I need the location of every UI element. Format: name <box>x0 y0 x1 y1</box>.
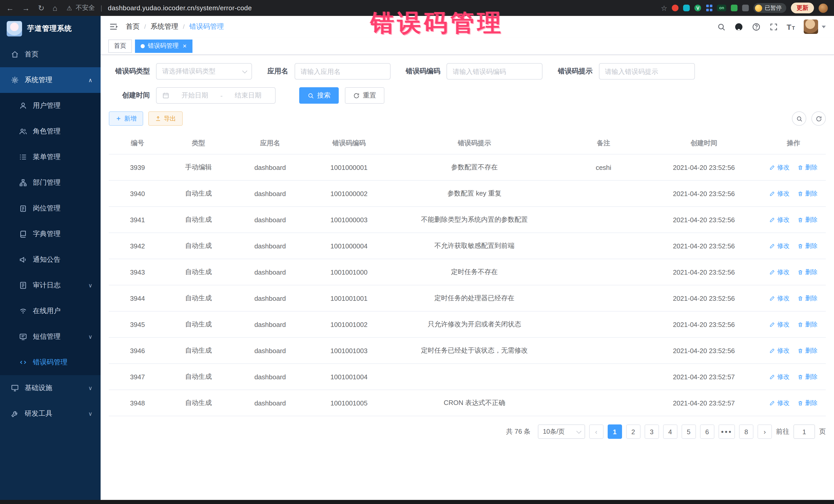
cell-actions: 修改 删除 <box>761 337 826 364</box>
delete-link[interactable]: 删除 <box>797 215 817 224</box>
sidebar: 芋道管理系统 首页 系统管理 ∧ 用户管理 角色管理 <box>0 16 101 500</box>
delete-link[interactable]: 删除 <box>797 346 817 355</box>
more-pages-icon[interactable]: ●●● <box>718 424 735 439</box>
extension-icon-green-v[interactable]: V <box>695 5 701 11</box>
edit-link[interactable]: 修改 <box>770 346 790 355</box>
edit-link[interactable]: 修改 <box>770 320 790 329</box>
sidebar-item-notice[interactable]: 通知公告 <box>0 247 101 272</box>
column-header-app: 应用名 <box>231 132 309 154</box>
extension-icon-grid[interactable] <box>706 5 712 11</box>
delete-link[interactable]: 删除 <box>797 163 817 172</box>
breadcrumb-system[interactable]: 系统管理 <box>151 22 178 31</box>
edit-link[interactable]: 修改 <box>770 372 790 381</box>
github-icon[interactable] <box>734 22 743 31</box>
breadcrumb-home[interactable]: 首页 <box>126 22 139 31</box>
app-name-input[interactable] <box>294 63 390 80</box>
tab-error-code[interactable]: 错误码管理 × <box>135 39 192 52</box>
cell-type: 自动生成 <box>166 364 231 390</box>
delete-link[interactable]: 删除 <box>797 241 817 250</box>
header-search-icon[interactable] <box>717 22 725 31</box>
next-page-button[interactable]: › <box>758 424 772 439</box>
browser-profile-avatar[interactable] <box>819 3 828 13</box>
prev-page-button[interactable]: ‹ <box>589 424 603 439</box>
sidebar-item-home[interactable]: 首页 <box>0 42 101 67</box>
edit-link[interactable]: 修改 <box>770 189 790 198</box>
app-logo[interactable]: 芋道管理系统 <box>0 16 101 42</box>
refresh-table-button[interactable] <box>811 111 826 126</box>
delete-link[interactable]: 删除 <box>797 372 817 381</box>
sidebar-item-dev-tools[interactable]: 研发工具 ∨ <box>0 401 101 426</box>
font-size-icon[interactable]: TT <box>787 23 795 30</box>
back-icon[interactable]: ← <box>6 4 14 12</box>
goto-page-input[interactable] <box>793 424 815 439</box>
cell-remark <box>561 390 646 416</box>
page-button-1[interactable]: 1 <box>608 424 622 439</box>
page-button-3[interactable]: 3 <box>644 424 659 439</box>
cell-msg: 只允许修改为开启或者关闭状态 <box>389 311 561 337</box>
edit-link[interactable]: 修改 <box>770 294 790 303</box>
extension-icon-on-badge[interactable]: on <box>717 5 726 11</box>
sidebar-item-dict-management[interactable]: 字典管理 <box>0 221 101 247</box>
reload-icon[interactable]: ↻ <box>38 4 44 12</box>
edit-link[interactable]: 修改 <box>770 215 790 224</box>
tab-home[interactable]: 首页 <box>108 39 132 52</box>
bookmark-star-icon[interactable]: ☆ <box>661 4 667 12</box>
column-header-id: 编号 <box>109 132 166 154</box>
delete-link[interactable]: 删除 <box>797 320 817 329</box>
cell-code: 1001000003 <box>309 206 388 233</box>
edit-link[interactable]: 修改 <box>770 241 790 250</box>
sidebar-item-post-management[interactable]: 岗位管理 <box>0 196 101 221</box>
delete-link[interactable]: 删除 <box>797 268 817 277</box>
sidebar-item-infrastructure[interactable]: 基础设施 ∨ <box>0 375 101 401</box>
sidebar-item-error-code-management[interactable]: 错误码管理 <box>0 350 101 375</box>
table-row: 3944 自动生成 dashboard 1001001001 定时任务的处理器已… <box>109 285 826 311</box>
fullscreen-icon[interactable] <box>769 22 778 31</box>
page-button-6[interactable]: 6 <box>700 424 714 439</box>
sidebar-item-system-management[interactable]: 系统管理 ∧ <box>0 67 101 93</box>
address-bar[interactable]: ⚠ 不安全 | dashboard.yudao.iocoder.cn/syste… <box>66 4 252 12</box>
page-button-2[interactable]: 2 <box>626 424 640 439</box>
forward-icon[interactable]: → <box>22 4 30 12</box>
page-button-5[interactable]: 5 <box>681 424 696 439</box>
page-size-select[interactable]: 10条/页 <box>537 424 585 439</box>
main-content: 首页 / 系统管理 / 错误码管理 TT <box>101 16 834 500</box>
cell-id: 3942 <box>109 233 166 259</box>
sidebar-collapse-button[interactable] <box>109 22 118 31</box>
logo-image <box>7 21 22 37</box>
user-avatar-menu[interactable] <box>804 20 826 34</box>
error-code-input[interactable] <box>446 63 543 80</box>
home-icon[interactable]: ⌂ <box>52 4 57 12</box>
page-button-8[interactable]: 8 <box>739 424 753 439</box>
delete-link[interactable]: 删除 <box>797 189 817 198</box>
error-type-select[interactable]: 请选择错误码类型 <box>156 63 252 80</box>
add-button[interactable]: 新增 <box>109 111 143 126</box>
extension-icon-red[interactable] <box>672 5 679 11</box>
page-button-4[interactable]: 4 <box>663 424 677 439</box>
paused-badge[interactable]: 已暂停 <box>753 3 786 13</box>
toggle-search-button[interactable] <box>792 111 806 126</box>
extensions-puzzle-icon[interactable] <box>742 5 749 11</box>
extension-icon-leaf[interactable] <box>731 5 738 11</box>
sidebar-item-audit-log[interactable]: 审计日志 ∨ <box>0 272 101 298</box>
extension-icon-teal[interactable] <box>683 5 690 11</box>
sidebar-item-menu-management[interactable]: 菜单管理 <box>0 144 101 170</box>
help-icon[interactable] <box>752 22 760 31</box>
edit-link[interactable]: 修改 <box>770 163 790 172</box>
sidebar-item-sms-management[interactable]: 短信管理 ∨ <box>0 324 101 350</box>
tab-close-icon[interactable]: × <box>183 43 186 49</box>
sidebar-item-user-management[interactable]: 用户管理 <box>0 93 101 118</box>
sidebar-item-dept-management[interactable]: 部门管理 <box>0 170 101 196</box>
create-time-range-picker[interactable]: 开始日期 - 结束日期 <box>156 87 276 104</box>
sidebar-item-online-users[interactable]: 在线用户 <box>0 298 101 324</box>
sidebar-item-role-management[interactable]: 角色管理 <box>0 118 101 144</box>
export-button[interactable]: 导出 <box>148 111 183 126</box>
browser-update-button[interactable]: 更新 <box>791 3 814 13</box>
edit-link[interactable]: 修改 <box>770 398 790 407</box>
delete-link[interactable]: 删除 <box>797 398 817 407</box>
online-icon <box>19 307 27 315</box>
edit-link[interactable]: 修改 <box>770 268 790 277</box>
delete-link[interactable]: 删除 <box>797 294 817 303</box>
reset-button[interactable]: 重置 <box>345 87 385 104</box>
search-button[interactable]: 搜索 <box>299 87 339 104</box>
error-msg-input[interactable] <box>599 63 695 80</box>
